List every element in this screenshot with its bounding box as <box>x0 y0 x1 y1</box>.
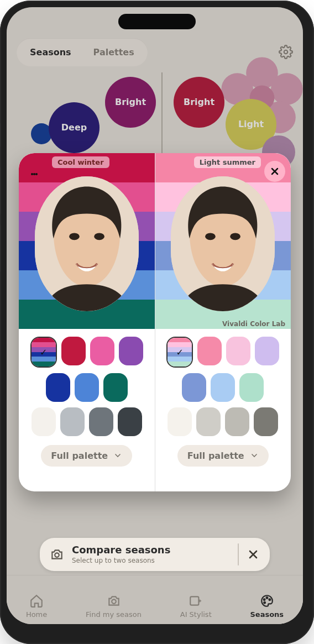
close-modal-button[interactable] <box>264 161 285 182</box>
full-palette-button-left[interactable]: Full palette <box>41 445 132 467</box>
close-icon <box>269 166 280 177</box>
swatch-left-9[interactable] <box>89 407 113 436</box>
swatch-left-2[interactable] <box>90 337 114 365</box>
swatch-left-3[interactable] <box>119 337 143 365</box>
compare-left-panel: Cool winter <box>19 153 155 491</box>
swatch-left-10[interactable] <box>118 407 142 436</box>
swatch-right-10[interactable] <box>254 407 278 436</box>
swatch-right-9[interactable] <box>225 407 249 436</box>
swatch-right-8[interactable] <box>196 407 221 436</box>
swatch-right-2[interactable] <box>226 337 250 365</box>
swatch-left-8[interactable] <box>60 407 85 436</box>
swatch-right-6[interactable] <box>239 373 264 402</box>
swatch-left-6[interactable] <box>103 373 128 402</box>
compare-right-panel: Light summer <box>155 153 291 491</box>
swatch-left-4[interactable] <box>46 373 70 402</box>
svg-point-12 <box>230 233 240 240</box>
swatch-right-1[interactable] <box>197 337 222 365</box>
watermark-label: Vivaldi Color Lab <box>222 320 285 328</box>
svg-point-11 <box>205 233 216 240</box>
swatch-right-4[interactable] <box>182 373 206 402</box>
swatch-right-3[interactable] <box>255 337 279 365</box>
chevron-down-icon <box>113 451 122 460</box>
full-palette-label: Full palette <box>187 451 244 461</box>
device-frame: Deep Bright Bright Light Seasons Palette… <box>0 1 314 644</box>
compare-subtitle: Select up to two seasons <box>72 557 230 564</box>
kebab-menu-button[interactable] <box>24 164 44 184</box>
compare-close-button[interactable] <box>247 548 260 561</box>
camera-icon <box>50 547 64 562</box>
compare-modal: Cool winter <box>19 153 291 491</box>
swatch-left-7[interactable] <box>32 407 56 436</box>
chevron-down-icon <box>250 451 259 460</box>
full-palette-button-right[interactable]: Full palette <box>177 445 269 467</box>
svg-point-13 <box>55 553 59 557</box>
volume-button-1 <box>0 122 1 148</box>
swatch-left-1[interactable] <box>61 337 86 365</box>
swatch-left-0[interactable] <box>30 337 57 368</box>
compare-title: Compare seasons <box>72 544 230 556</box>
swatch-right-0[interactable] <box>166 337 193 368</box>
volume-button-3 <box>0 224 1 273</box>
swatch-right-7[interactable] <box>168 407 192 436</box>
swatch-left-5[interactable] <box>75 373 99 402</box>
season-label-left: Cool winter <box>52 156 109 168</box>
svg-point-8 <box>69 233 80 240</box>
svg-point-9 <box>94 233 104 240</box>
separator <box>238 543 239 566</box>
portrait-right <box>171 176 275 311</box>
screen: Deep Bright Bright Light Seasons Palette… <box>7 7 303 624</box>
volume-button-2 <box>0 166 1 215</box>
compare-banner: Compare seasons Select up to two seasons <box>40 538 270 571</box>
season-label-right: Light summer <box>194 156 261 168</box>
swatch-right-5[interactable] <box>211 373 235 402</box>
portrait-left <box>35 176 139 311</box>
full-palette-label: Full palette <box>51 451 108 461</box>
